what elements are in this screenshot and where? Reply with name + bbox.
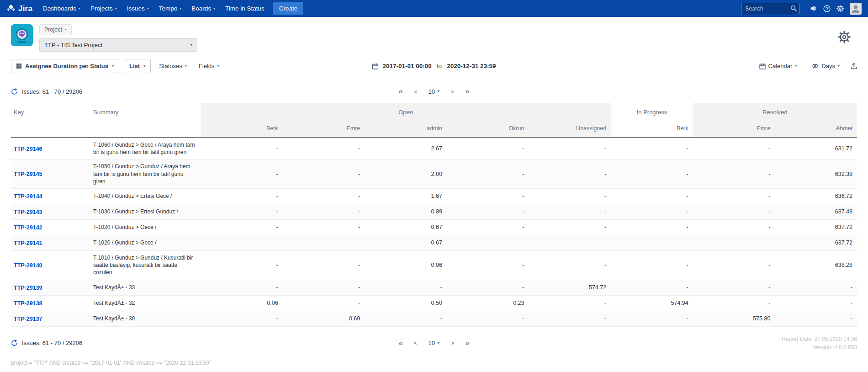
issue-key-link[interactable]: TTP-29138	[14, 300, 42, 307]
nav-item-tempo[interactable]: Tempo▾	[154, 0, 187, 17]
pagination-prev[interactable]: <	[414, 340, 418, 346]
duration-cell: 575.80	[693, 315, 775, 322]
pagination-last[interactable]: »	[465, 87, 469, 96]
column-header-emre[interactable]: Emre	[693, 122, 775, 137]
date-range-picker[interactable]: 2017-01-01 00:00 to 2020-12-31 23:59	[372, 63, 496, 69]
duration-cell: -	[201, 171, 283, 177]
column-header-berk[interactable]: Berk	[611, 122, 693, 137]
key-cell: TTP-29143	[11, 208, 89, 215]
refresh-button[interactable]	[11, 340, 18, 346]
grid-icon	[16, 64, 21, 69]
duration-cell: -	[693, 284, 775, 291]
issue-summary: T-1020 / Gunduz > Gece /	[89, 236, 201, 250]
chevron-down-icon: ▾	[112, 64, 114, 68]
duration-cell: 0.67	[365, 239, 447, 246]
fields-dropdown[interactable]: Fields ▾	[195, 60, 223, 72]
table-row: TTP-29138Test KaydÄ± - 320.06-0.500.23-5…	[11, 296, 857, 311]
column-header-admin[interactable]: admin	[365, 122, 447, 137]
pagination-prev[interactable]: <	[414, 88, 418, 95]
issue-key-link[interactable]: TTP-29139	[14, 285, 42, 291]
gear-icon	[836, 5, 844, 12]
issue-summary: Test KaydÄ± - 30	[89, 312, 201, 325]
pagination-first[interactable]: «	[398, 87, 402, 96]
duration-cell: -	[775, 284, 857, 291]
issues-bar-bottom: Issues: 61 - 70 / 29206 « < 10 ▼ > » Rep…	[0, 332, 868, 354]
plugin-version: Version: 4.8.0.653	[782, 343, 857, 352]
issue-key-link[interactable]: TTP-29143	[14, 209, 42, 215]
nav-item-time-in-status[interactable]: Time in Status	[220, 0, 270, 17]
gear-icon	[838, 31, 851, 43]
column-header-berk[interactable]: Berk	[201, 122, 283, 137]
report-type-label: Assignee Duration per Status	[25, 63, 108, 69]
unit-dropdown[interactable]: Days ▾	[808, 60, 843, 72]
column-header-key[interactable]: Key	[14, 103, 24, 122]
duration-cell: 0.23	[447, 300, 529, 306]
view-selector[interactable]: List ▾	[124, 59, 151, 73]
nav-item-projects[interactable]: Projects▾	[85, 0, 122, 17]
duration-cell: 0.69	[283, 315, 365, 322]
column-header-okrun[interactable]: Okrun	[447, 122, 529, 137]
calendar-view-dropdown[interactable]: Calendar ▾	[756, 60, 801, 72]
column-header-summary[interactable]: Summary	[93, 103, 119, 122]
announcements-button[interactable]	[810, 5, 817, 12]
nav-item-label: Boards	[191, 5, 211, 12]
duration-cell: -	[529, 171, 611, 177]
pagination-next[interactable]: >	[450, 88, 454, 95]
pagination-last[interactable]: »	[465, 339, 469, 348]
issue-key-link[interactable]: TTP-29142	[14, 224, 42, 231]
issue-key-link[interactable]: TTP-29144	[14, 193, 42, 200]
issue-key-link[interactable]: TTP-29140	[14, 262, 42, 269]
duration-cell: -	[201, 145, 283, 152]
admin-settings-button[interactable]	[836, 5, 844, 12]
user-avatar[interactable]	[850, 3, 862, 15]
column-header-unassigned[interactable]: Unassigned	[529, 122, 611, 137]
report-type-selector[interactable]: Assignee Duration per Status ▾	[11, 59, 119, 73]
pagination-first[interactable]: «	[398, 339, 402, 348]
pagination-next[interactable]: >	[450, 340, 454, 346]
duration-cell: 637.49	[775, 208, 857, 215]
duration-cell: -	[611, 145, 693, 152]
nav-item-label: Time in Status	[225, 5, 265, 12]
date-to: 2020-12-31 23:59	[447, 63, 496, 69]
issue-key-link[interactable]: TTP-29141	[14, 240, 42, 246]
search-input[interactable]	[741, 3, 799, 14]
duration-cell: -	[447, 262, 529, 268]
key-cell: TTP-29142	[11, 224, 89, 231]
column-header-emre[interactable]: Emre	[283, 122, 365, 137]
statuses-dropdown[interactable]: Statuses ▾	[155, 60, 191, 72]
export-button[interactable]	[851, 63, 857, 69]
refresh-button[interactable]	[11, 88, 18, 95]
help-button[interactable]: ?	[823, 5, 831, 12]
duration-cell: -	[529, 315, 611, 322]
duration-cell: -	[775, 300, 857, 306]
summary-header-cell: Summary	[89, 103, 201, 137]
column-header-ahmet[interactable]: Ahmet	[775, 122, 857, 137]
selected-project-label: TTP - TIS Test Project	[44, 42, 102, 48]
project-select[interactable]: TTP - TIS Test Project ▾	[39, 38, 197, 52]
issue-key-link[interactable]: TTP-29145	[14, 171, 42, 177]
duration-cell: -	[201, 208, 283, 215]
page-size-dropdown[interactable]: 10 ▼	[429, 340, 440, 346]
create-button[interactable]: Create	[273, 2, 304, 15]
nav-item-label: Projects	[90, 5, 113, 12]
chevron-down-icon: ▾	[115, 7, 117, 11]
nav-item-boards[interactable]: Boards▾	[186, 0, 220, 17]
toolbar-right: Calendar ▾ Days ▾	[756, 60, 857, 72]
duration-cell: 0.67	[365, 224, 447, 230]
page-size-dropdown[interactable]: 10 ▼	[429, 88, 440, 95]
report-settings-button[interactable]	[838, 31, 851, 43]
issue-key-link[interactable]: TTP-29146	[14, 146, 42, 152]
date-separator: to	[436, 63, 443, 69]
duration-cell: -	[611, 315, 693, 322]
duration-cell: -	[447, 208, 529, 215]
table-row: TTP-29146T-1060 / Gunduz > Gece / Araya …	[11, 138, 857, 159]
nav-item-dashboards[interactable]: Dashboards▾	[38, 0, 85, 17]
scope-type-dropdown[interactable]: Project ▾	[39, 24, 72, 35]
issue-key-link[interactable]: TTP-29137	[14, 316, 42, 322]
jira-home-link[interactable]: Jira	[6, 4, 32, 13]
duration-cell: 638.28	[775, 262, 857, 268]
issue-summary: T-1040 / Gunduz > Ertesi Gece /	[89, 189, 201, 203]
issues-count: Issues: 61 - 70 / 29206	[22, 88, 82, 95]
nav-item-issues[interactable]: Issues▾	[122, 0, 154, 17]
pagination-top: « < 10 ▼ > »	[398, 87, 470, 96]
